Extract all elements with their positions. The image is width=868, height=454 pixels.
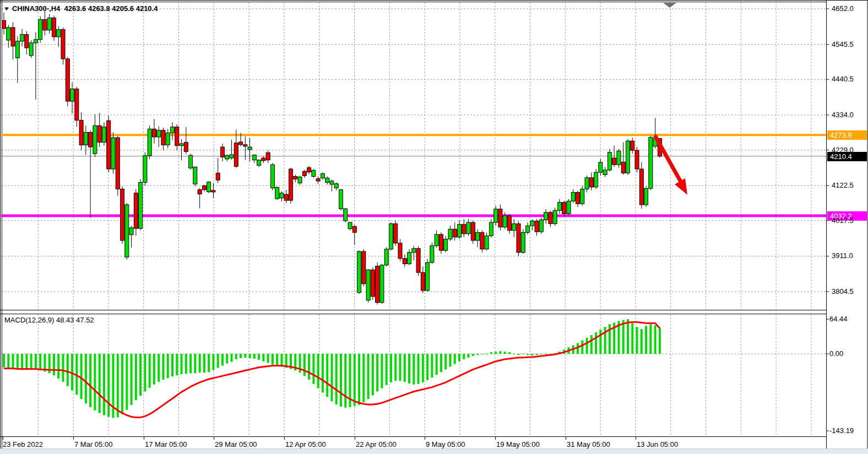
candle-up bbox=[557, 203, 561, 211]
macd-histogram-bar bbox=[444, 354, 447, 369]
candle-down bbox=[266, 152, 270, 160]
macd-histogram-bar bbox=[181, 354, 183, 374]
price-tick-label: 4122.5 bbox=[832, 181, 854, 189]
candle-down bbox=[243, 145, 247, 146]
candle-up bbox=[148, 129, 151, 156]
candle-down bbox=[639, 169, 643, 205]
candle-up bbox=[34, 40, 37, 43]
candle-up bbox=[544, 212, 548, 220]
macd-histogram-bar bbox=[649, 324, 652, 354]
candle-up bbox=[466, 222, 470, 234]
candle-down bbox=[307, 168, 311, 172]
macd-histogram-bar bbox=[481, 354, 483, 354]
macd-histogram-bar bbox=[94, 354, 96, 411]
candle-down bbox=[184, 143, 188, 152]
candle-up bbox=[207, 182, 211, 192]
candle-down bbox=[216, 173, 220, 180]
candle-up bbox=[512, 224, 516, 231]
macd-histogram-bar bbox=[354, 354, 356, 406]
candle-down bbox=[239, 142, 243, 145]
time-tick-label: 29 Mar 05:00 bbox=[215, 440, 257, 448]
macd-histogram-bar bbox=[413, 354, 415, 385]
macd-histogram-bar bbox=[518, 354, 520, 355]
trend-arrow-shaft[interactable] bbox=[655, 135, 681, 183]
candle-up bbox=[599, 162, 603, 172]
macd-histogram-bar bbox=[171, 354, 173, 376]
candle-up bbox=[312, 171, 316, 177]
macd-histogram-bar bbox=[149, 354, 151, 388]
candle-down bbox=[175, 127, 179, 146]
macd-histogram-bar bbox=[272, 354, 274, 365]
time-tick-label: 23 Feb 2022 bbox=[3, 440, 43, 448]
macd-histogram-bar bbox=[376, 354, 378, 391]
candle-up bbox=[321, 174, 324, 178]
candle-down bbox=[107, 121, 111, 169]
candle-up bbox=[607, 152, 611, 170]
macd-histogram-bar bbox=[330, 354, 333, 401]
candle-up bbox=[366, 270, 370, 300]
candle-down bbox=[66, 59, 69, 101]
macd-histogram-bar bbox=[308, 354, 310, 380]
candle-down bbox=[52, 18, 56, 37]
macd-histogram-bar bbox=[203, 354, 205, 373]
macd-histogram-bar bbox=[326, 354, 328, 397]
macd-histogram-bar bbox=[139, 354, 142, 396]
candle-down bbox=[398, 243, 402, 259]
time-tick-label: 17 Mar 05:00 bbox=[145, 440, 187, 448]
candle-down bbox=[284, 194, 288, 200]
macd-histogram-bar bbox=[545, 354, 547, 354]
macd-histogram-bar bbox=[335, 354, 338, 404]
candle-up bbox=[252, 155, 256, 160]
macd-histogram-bar bbox=[107, 354, 110, 417]
macd-histogram-bar bbox=[226, 354, 228, 364]
candle-up bbox=[111, 138, 115, 169]
candle-down bbox=[75, 89, 79, 121]
chart-canvas[interactable] bbox=[0, 0, 868, 454]
candle-down bbox=[97, 125, 101, 142]
macd-histogram-bar bbox=[472, 354, 474, 356]
candle-up bbox=[503, 216, 507, 227]
macd-histogram-bar bbox=[513, 354, 515, 354]
candle-down bbox=[61, 30, 65, 59]
candle-up bbox=[426, 262, 430, 291]
macd-histogram-bar bbox=[417, 354, 420, 384]
price-tick-label: 4440.5 bbox=[832, 75, 854, 83]
symbol-period-label: CHINA300-,H4 bbox=[12, 4, 60, 13]
candle-up bbox=[230, 155, 234, 158]
macd-histogram-bar bbox=[39, 354, 41, 370]
macd-histogram-bar bbox=[431, 354, 433, 378]
price-tick-label: 4545.5 bbox=[832, 40, 854, 48]
candle-up bbox=[225, 155, 229, 159]
candle-down bbox=[302, 171, 306, 176]
macd-histogram-bar bbox=[99, 354, 101, 413]
macd-histogram-bar bbox=[504, 352, 506, 354]
macd-histogram-bar bbox=[436, 354, 438, 375]
macd-histogram-bar bbox=[312, 354, 314, 384]
candle-down bbox=[43, 19, 47, 30]
candle-down bbox=[25, 35, 29, 48]
candle-down bbox=[421, 272, 425, 291]
candle-down bbox=[294, 176, 297, 179]
macd-histogram-bar bbox=[231, 354, 233, 362]
candle-down bbox=[394, 224, 398, 243]
candle-up bbox=[539, 220, 543, 232]
candle-up bbox=[139, 182, 143, 228]
candle-up bbox=[553, 210, 557, 223]
chart-shift-marker-icon[interactable] bbox=[663, 3, 676, 8]
macd-histogram-bar bbox=[458, 354, 460, 362]
price-tick-label: 3804.5 bbox=[832, 287, 854, 296]
macd-histogram-bar bbox=[599, 330, 601, 354]
macd-histogram-bar bbox=[144, 354, 146, 391]
candle-down bbox=[631, 141, 634, 150]
symbol-dropdown-icon[interactable]: ▼ bbox=[3, 6, 10, 13]
macd-histogram-bar bbox=[121, 354, 123, 414]
macd-histogram-bar bbox=[258, 354, 260, 360]
macd-histogram-bar bbox=[422, 354, 424, 382]
macd-histogram-bar bbox=[340, 354, 342, 407]
macd-histogram-bar bbox=[176, 354, 178, 375]
macd-histogram-bar bbox=[641, 329, 643, 354]
trend-arrow-head-icon bbox=[675, 178, 687, 195]
time-tick-label: 22 Apr 05:00 bbox=[356, 440, 397, 448]
candle-up bbox=[412, 248, 416, 252]
macd-histogram-bar bbox=[235, 354, 237, 359]
